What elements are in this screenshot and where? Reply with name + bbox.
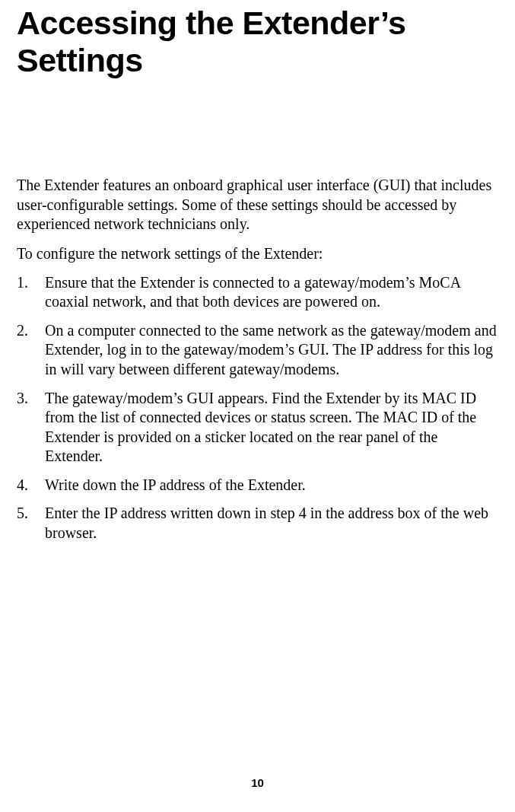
lead-paragraph: To configure the network settings of the… — [17, 244, 498, 264]
step-item: Ensure that the Extender is connected to… — [17, 273, 498, 312]
steps-list: Ensure that the Extender is connected to… — [17, 273, 498, 543]
step-item: The gateway/modem’s GUI appears. Find th… — [17, 389, 498, 467]
step-item: On a computer connected to the same netw… — [17, 321, 498, 380]
step-item: Enter the IP address written down in ste… — [17, 504, 498, 543]
page-number: 10 — [0, 776, 515, 789]
step-item: Write down the IP address of the Extende… — [17, 476, 498, 495]
intro-paragraph: The Extender features an onboard graphic… — [17, 176, 498, 234]
page-title: Accessing the Extender’s Settings — [17, 5, 498, 78]
